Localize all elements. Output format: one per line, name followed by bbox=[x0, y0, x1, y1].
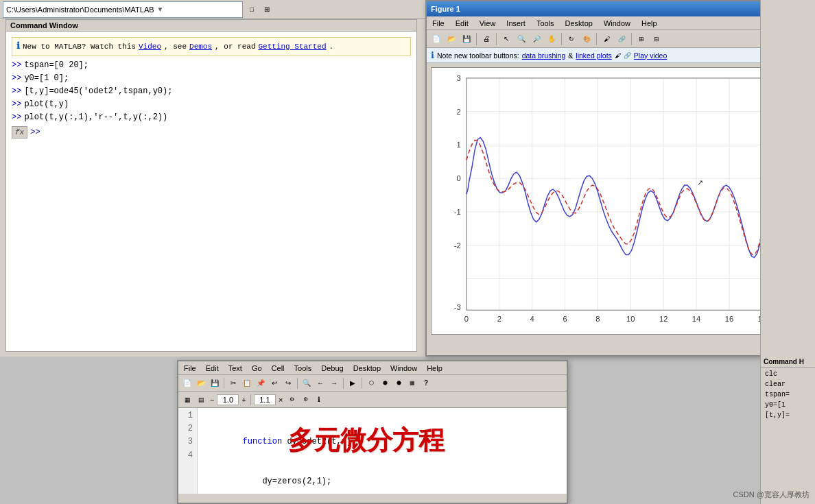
ed-search-btn[interactable]: 🔍 bbox=[300, 377, 313, 389]
ed-fmt2-btn[interactable]: ⚙ bbox=[299, 394, 311, 406]
linked-plots-link[interactable]: linked plots bbox=[576, 51, 612, 60]
fig-menu-file[interactable]: File bbox=[429, 19, 447, 28]
line-num-2: 2 bbox=[182, 422, 193, 435]
figure-menubar: File Edit View Insert Tools Desktop Wind… bbox=[427, 16, 814, 30]
data-brushing-link[interactable]: data brushing bbox=[522, 51, 566, 60]
fig-open-btn[interactable]: 📂 bbox=[445, 32, 458, 46]
play-video-link[interactable]: Play video bbox=[634, 51, 667, 60]
fig-rotate-btn[interactable]: ↻ bbox=[565, 32, 578, 46]
ed-arrow-btn[interactable]: ← bbox=[314, 377, 327, 389]
right-panel-title: Command H bbox=[761, 357, 815, 368]
svg-text:2: 2 bbox=[497, 315, 501, 323]
ed-minus: − bbox=[209, 396, 215, 404]
svg-text:16: 16 bbox=[725, 315, 733, 323]
ed-menu-go[interactable]: Go bbox=[249, 363, 265, 373]
fig-brush-btn[interactable]: 🖌 bbox=[600, 32, 613, 46]
ed-sep1 bbox=[224, 378, 224, 389]
path-text: C:\Users\Administrator\Documents\MATLAB bbox=[6, 5, 154, 14]
fig-new-btn[interactable]: 📄 bbox=[429, 32, 443, 46]
fig-zoom-in-btn[interactable]: 🔍 bbox=[515, 32, 528, 46]
fig-link-btn[interactable]: 🔗 bbox=[615, 32, 628, 46]
fig-menu-insert[interactable]: Insert bbox=[504, 19, 528, 28]
ed-info-btn[interactable]: ℹ bbox=[313, 394, 325, 406]
fig-grid-btn[interactable]: ⊞ bbox=[635, 32, 648, 46]
figure-window: Figure 1 ─ □ ✕ File Edit View Insert Too… bbox=[425, 0, 815, 357]
figure-title: Figure 1 bbox=[431, 5, 460, 13]
ed-menu-text[interactable]: Text bbox=[226, 363, 245, 373]
ed-copy-btn[interactable]: 📋 bbox=[241, 377, 253, 389]
fig-menu-edit[interactable]: Edit bbox=[453, 19, 471, 28]
ed-new-btn[interactable]: 📄 bbox=[181, 377, 193, 389]
ed-redo-btn[interactable]: ↪ bbox=[282, 377, 294, 389]
ed-fwd-btn[interactable]: → bbox=[328, 377, 340, 389]
cw-line-1: >> tspan=[0 20]; bbox=[12, 59, 411, 71]
watermark: CSDN @宽容人厚教坊 bbox=[733, 490, 810, 500]
ed-dbg3-btn[interactable]: ⬣ bbox=[392, 377, 405, 389]
matlab-main-window: C:\Users\Administrator\Documents\MATLAB … bbox=[0, 0, 425, 357]
fig-save-btn[interactable]: 💾 bbox=[460, 32, 473, 46]
toolbar-sep-3 bbox=[561, 33, 562, 45]
ed-menu-file[interactable]: File bbox=[181, 363, 199, 373]
info-text-new: New to MATLAB? Watch this bbox=[23, 41, 136, 53]
ed-cell-run-btn[interactable]: ▤ bbox=[195, 394, 207, 406]
path-nav-btn2[interactable]: ⊞ bbox=[261, 3, 273, 16]
code-4: plot(t,y) bbox=[24, 98, 69, 110]
brush-icon: 🖌 bbox=[615, 52, 621, 59]
svg-text:12: 12 bbox=[659, 315, 668, 323]
path-bar[interactable]: C:\Users\Administrator\Documents\MATLAB … bbox=[3, 1, 243, 18]
info-text-see: , see bbox=[164, 41, 187, 53]
code-lines[interactable]: function dy=odet2(t,x) dy=zeros(2,1); dy… bbox=[198, 408, 567, 494]
ed-cut-btn[interactable]: ✂ bbox=[227, 377, 239, 389]
ed-menu-desktop[interactable]: Desktop bbox=[351, 363, 383, 373]
fx-prompt: fx >> bbox=[12, 126, 411, 139]
fig-pan-btn[interactable]: ✋ bbox=[545, 32, 558, 46]
fig-menu-tools[interactable]: Tools bbox=[534, 19, 557, 28]
right-item-2: tspan= bbox=[764, 389, 812, 400]
code-2: y0=[1 0]; bbox=[24, 72, 69, 84]
ed-menu-edit[interactable]: Edit bbox=[203, 363, 222, 373]
fig-dock-btn[interactable]: ⊟ bbox=[650, 32, 663, 46]
ed-undo-btn[interactable]: ↩ bbox=[268, 377, 281, 389]
fig-zoom-out-btn[interactable]: 🔎 bbox=[530, 32, 543, 46]
ed-menu-help[interactable]: Help bbox=[424, 363, 445, 373]
right-panel: Command H clc clear tspan= y0=[1 [t,y]= bbox=[760, 0, 815, 504]
ed-menu-tools[interactable]: Tools bbox=[292, 363, 315, 373]
cw-body: ℹ New to MATLAB? Watch this Video , see … bbox=[6, 32, 416, 141]
fig-colormap-btn[interactable]: 🎨 bbox=[580, 32, 593, 46]
ed-zoom-val2: 1.1 bbox=[254, 394, 276, 405]
ed-paste-btn[interactable]: 📌 bbox=[255, 377, 267, 389]
info-getting-started-link[interactable]: Getting Started bbox=[259, 41, 327, 53]
prompt-2: >> bbox=[12, 72, 21, 84]
line-numbers: 1 2 3 4 bbox=[178, 408, 198, 494]
info-video-link[interactable]: Video bbox=[139, 41, 161, 53]
ed-save-btn[interactable]: 💾 bbox=[209, 377, 221, 389]
svg-text:2: 2 bbox=[457, 108, 461, 116]
ed-dbg-btn[interactable]: ⬡ bbox=[365, 377, 377, 389]
editor-toolbar2: ▦ ▤ − 1.0 + 1.1 × ⚙ ⚙ ℹ bbox=[178, 392, 567, 408]
editor-menubar: File Edit Text Go Cell Tools Debug Deskt… bbox=[178, 361, 567, 375]
ed-menu-cell[interactable]: Cell bbox=[269, 363, 287, 373]
info-demos-link[interactable]: Demos bbox=[189, 41, 212, 53]
fig-menu-help[interactable]: Help bbox=[639, 19, 660, 28]
ed-help-btn[interactable]: ? bbox=[420, 377, 432, 389]
fig-menu-desktop[interactable]: Desktop bbox=[563, 19, 595, 28]
path-nav-btn1[interactable]: □ bbox=[246, 3, 258, 16]
ed-format-btn[interactable]: ⚙ bbox=[285, 394, 298, 406]
line-num-1: 1 bbox=[182, 409, 193, 422]
svg-text:0: 0 bbox=[464, 315, 469, 323]
ed-dbg2-btn[interactable]: ⬢ bbox=[379, 377, 391, 389]
editor-code-area[interactable]: 1 2 3 4 function dy=odet2(t,x) dy=zeros(… bbox=[178, 408, 567, 494]
ed-dbg4-btn[interactable]: ▦ bbox=[406, 377, 418, 389]
ed-menu-debug[interactable]: Debug bbox=[318, 363, 346, 373]
fig-menu-window[interactable]: Window bbox=[601, 19, 633, 28]
right-item-4: [t,y]= bbox=[764, 410, 812, 420]
prompt-3: >> bbox=[12, 85, 21, 97]
ed-open-btn[interactable]: 📂 bbox=[195, 377, 207, 389]
ed-menu-window[interactable]: Window bbox=[388, 363, 420, 373]
ed-run-btn[interactable]: ▶ bbox=[346, 377, 359, 389]
fx-double-prompt: >> bbox=[30, 126, 40, 139]
fig-print-btn[interactable]: 🖨 bbox=[480, 32, 493, 46]
fig-menu-view[interactable]: View bbox=[477, 19, 499, 28]
fig-arrow-btn[interactable]: ↖ bbox=[499, 32, 513, 46]
ed-cell-eval-btn[interactable]: ▦ bbox=[181, 394, 193, 406]
